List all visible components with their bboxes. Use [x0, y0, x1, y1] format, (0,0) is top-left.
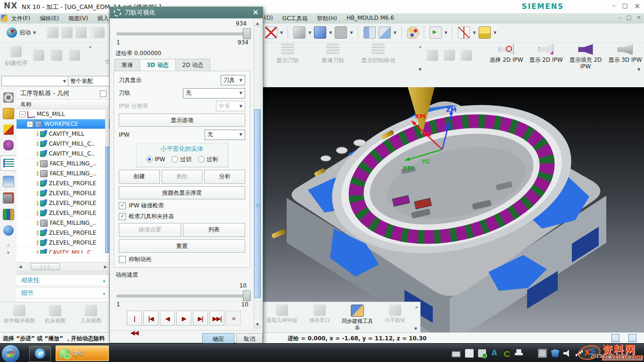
bottom-toolbar-button[interactable]: 程序顺序视图 [4, 305, 35, 324]
ipw-combobox[interactable]: 无▼ [205, 130, 245, 140]
menu-item[interactable]: GC工具箱 [282, 15, 308, 23]
scrollbar-thumb[interactable] [254, 109, 261, 298]
menu-item[interactable]: 视图(V) [68, 15, 88, 23]
scrollbar-thumb[interactable] [105, 147, 109, 253]
start-orb[interactable] [1, 345, 20, 362]
menu-item[interactable]: 编辑(E) [40, 15, 59, 23]
tree-item[interactable]: ! CAVITY_MILL [17, 129, 109, 139]
internet-assistant-icon[interactable] [3, 225, 14, 236]
usb-device-icon[interactable] [465, 349, 474, 358]
radio-option[interactable]: 过剩 [198, 156, 218, 164]
save-icon[interactable] [75, 27, 87, 38]
tree-item[interactable]: − MCS_MILL [17, 109, 109, 119]
playback-button[interactable]: ◀ [160, 311, 175, 326]
dialog-tab[interactable]: 3D 动态 [140, 59, 175, 72]
bottom-toolbar-button[interactable]: 机床视图 [40, 305, 71, 324]
background-icon[interactable] [335, 26, 347, 39]
restore-icon[interactable]: ▢ [622, 2, 627, 10]
slider-handle[interactable] [243, 28, 251, 39]
bottom-toolbar-button[interactable]: 几何视图 [75, 305, 107, 324]
checkbox-checked-icon[interactable]: ✓ [119, 202, 126, 209]
radio-option[interactable]: 过切 [172, 156, 191, 164]
tree-item[interactable]: ! CAVITY_MILL_C.. [17, 248, 109, 254]
tree-item[interactable]: ! ZLEVEL_PROFILE [17, 189, 109, 198]
tree-item[interactable]: ! FACE_MILLING_.. [17, 159, 109, 169]
cut-icon[interactable] [93, 27, 105, 38]
tree-item[interactable]: ! FACE_MILLING_.. [17, 169, 109, 179]
tree-expander-icon[interactable]: − [19, 111, 25, 117]
ipw-toolbar-button[interactable]: 显示 2D IPW [528, 44, 564, 70]
measure-icon[interactable] [458, 26, 470, 39]
library-icon[interactable] [3, 209, 14, 220]
playback-button[interactable]: ■ [226, 311, 241, 326]
show-options-button[interactable]: 显示选项 [119, 114, 245, 127]
close-icon[interactable]: × [634, 2, 640, 10]
dialog-close-icon[interactable]: × [253, 8, 259, 16]
motion-slider[interactable] [116, 28, 251, 39]
tree-item[interactable]: − WORKPIECE [17, 119, 109, 129]
analyze-button[interactable]: 分析 [204, 170, 245, 184]
menu-item[interactable]: 文件(F) [11, 15, 30, 23]
autodesk-icon[interactable]: A [490, 349, 498, 357]
mdi-close-icon[interactable]: × [636, 14, 641, 21]
open-file-icon[interactable] [61, 27, 73, 38]
playback-button[interactable]: |◀◀ [127, 311, 142, 326]
dialog-scrollbar[interactable]: ▲ ▼ [254, 19, 261, 329]
radio-option[interactable]: IPW [146, 156, 165, 164]
thickness-by-color-button[interactable]: 按颜色显示厚度 [119, 186, 245, 199]
animation-icon[interactable] [429, 26, 442, 39]
ruler-icon[interactable] [479, 26, 491, 39]
ipw-toolbar-button[interactable]: 选择 2D IPW [488, 44, 525, 70]
scroll-down-icon[interactable]: ▾ [0, 249, 17, 257]
assembly-navigator-icon[interactable] [3, 108, 14, 119]
scroll-up-icon[interactable]: ▲ [254, 20, 261, 27]
tree-item[interactable]: ! CAVITY_MILL_C.. [17, 149, 109, 159]
reset-button[interactable]: 重置 [119, 239, 245, 253]
start-button[interactable]: 启动▼ [4, 26, 39, 39]
security-shield-icon[interactable] [551, 349, 559, 357]
bottom-toolbar-button[interactable]: 同步建模工具条 [340, 304, 374, 331]
navigator-section-bar[interactable]: 相依性 ▴ [17, 274, 109, 286]
nvidia-icon[interactable] [503, 349, 511, 357]
machine-tool-navigator-icon[interactable] [3, 192, 14, 204]
scrollbar-thumb[interactable]: ❘❘❘ [31, 263, 60, 270]
fit-view-icon[interactable] [265, 26, 277, 39]
create-program-button[interactable]: 创建程序 [4, 46, 28, 67]
part-navigator-icon[interactable] [3, 140, 14, 150]
playback-button[interactable]: |◀ [143, 311, 158, 326]
tree-item[interactable]: ! CAVITY_MILL_C.. [17, 139, 109, 149]
checkbox-unchecked-icon[interactable] [119, 256, 126, 263]
safely-remove-icon[interactable] [478, 349, 486, 357]
slider-handle[interactable] [243, 290, 251, 301]
tree-item[interactable]: ! ZLEVEL_PROFILE [17, 208, 109, 218]
dialog-tab[interactable]: 重播 [115, 59, 140, 72]
overflow-chevron[interactable]: » [419, 44, 422, 50]
mdi-minimize-icon[interactable]: – [619, 14, 622, 21]
edit-section-icon[interactable] [379, 26, 391, 39]
display-icon[interactable] [538, 349, 547, 358]
scroll-right-icon[interactable]: ▶ [102, 264, 109, 269]
create-button[interactable]: 创建 [119, 170, 160, 184]
palette-icon[interactable] [407, 26, 419, 39]
tree-expander-icon[interactable]: − [27, 121, 33, 127]
toolpath-combobox[interactable]: 无▼ [183, 88, 245, 99]
collapse-icon[interactable]: ▴ [103, 275, 105, 286]
playback-button[interactable]: ▶ [176, 311, 191, 326]
constraint-navigator-icon[interactable] [3, 124, 14, 135]
ipw-toolbar-button[interactable]: 显示填充 2D IPW [567, 44, 604, 70]
tree-item[interactable]: ! ZLEVEL_PROFILE [17, 179, 109, 189]
navigator-section-bar[interactable]: 细节 ▴ [17, 287, 109, 299]
new-file-icon[interactable] [47, 27, 58, 38]
menu-item[interactable]: (O) [264, 15, 273, 23]
tree-item[interactable]: ! ZLEVEL_PROFILE [17, 198, 109, 208]
selection-scope-combobox[interactable]: ▼ [1, 76, 68, 86]
tree-vertical-scrollbar[interactable] [105, 110, 109, 253]
panel-splitter[interactable] [17, 270, 109, 274]
mdi-restore-icon[interactable]: ▢ [627, 14, 632, 21]
tree-horizontal-scrollbar[interactable]: ◀ ❘❘❘ ▶ [17, 262, 109, 271]
collapse-icon[interactable]: ▴ [103, 288, 105, 299]
playback-button[interactable]: ▶| [193, 311, 208, 326]
operation-navigator-tab[interactable] [0, 156, 17, 171]
overflow-chevron[interactable]: » [89, 44, 92, 50]
scroll-down-icon[interactable]: ▼ [254, 321, 261, 328]
